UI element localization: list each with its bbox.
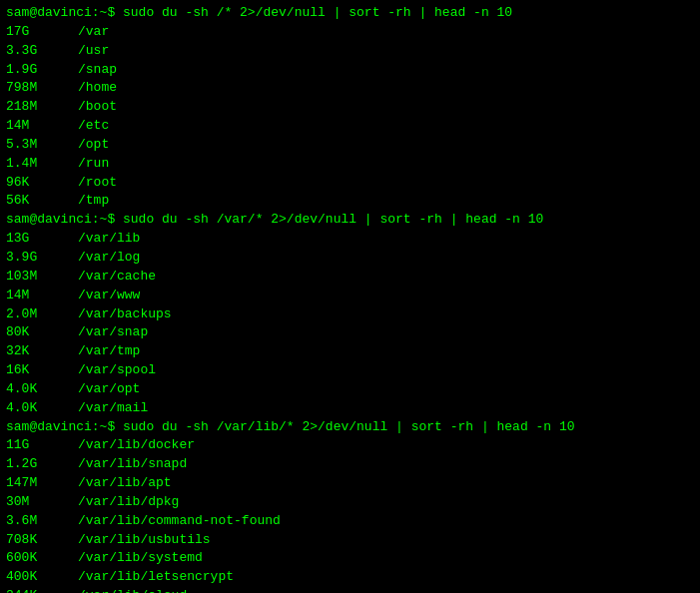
path-value: /var/www (78, 287, 140, 305)
terminal-data-line: 5.3M/opt (6, 136, 694, 155)
path-value: /var/tmp (78, 342, 140, 361)
terminal-data-line: 4.0K/var/mail (6, 399, 694, 418)
size-value: 218M (6, 98, 78, 117)
terminal-data-line: 11G/var/lib/docker (6, 436, 694, 455)
terminal-window: sam@davinci:~$ sudo du -sh /* 2>/dev/nul… (0, 0, 700, 593)
size-value: 56K (6, 192, 78, 211)
terminal-data-line: 1.2G/var/lib/snapd (6, 455, 694, 474)
size-value: 80K (6, 323, 78, 342)
size-value: 1.4M (6, 155, 78, 174)
terminal-data-line: 344K/var/lib/cloud (6, 587, 694, 593)
path-value: /var/spool (78, 361, 156, 380)
size-value: 4.0K (6, 399, 78, 418)
path-value: /var/lib/command-not-found (78, 512, 281, 531)
terminal-data-line: 4.0K/var/opt (6, 380, 694, 399)
path-value: /var/mail (78, 399, 148, 418)
size-value: 2.0M (6, 305, 78, 324)
size-value: 13G (6, 230, 78, 249)
size-value: 400K (6, 568, 78, 587)
path-value: /var/backups (78, 305, 172, 324)
terminal-data-line: 32K/var/tmp (6, 342, 694, 361)
size-value: 14M (6, 287, 78, 305)
path-value: /var/lib/cloud (78, 587, 187, 593)
terminal-data-line: 13G/var/lib (6, 230, 694, 249)
terminal-data-line: 96K/root (6, 174, 694, 193)
path-value: /var/lib/snapd (78, 455, 187, 474)
terminal-data-line: 147M/var/lib/apt (6, 474, 694, 493)
path-value: /boot (78, 98, 117, 117)
terminal-data-line: 3.3G/usr (6, 42, 694, 61)
size-value: 5.3M (6, 136, 78, 155)
size-value: 3.9G (6, 249, 78, 268)
size-value: 16K (6, 361, 78, 380)
path-value: /usr (78, 42, 109, 61)
path-value: /var/lib/letsencrypt (78, 568, 234, 587)
size-value: 1.9G (6, 61, 78, 80)
terminal-data-line: 2.0M/var/backups (6, 305, 694, 324)
size-value: 798M (6, 79, 78, 98)
terminal-data-line: 17G/var (6, 23, 694, 42)
terminal-data-line: 3.6M/var/lib/command-not-found (6, 512, 694, 531)
path-value: /snap (78, 61, 117, 80)
path-value: /var/lib/apt (78, 474, 172, 493)
path-value: /var/log (78, 249, 140, 268)
path-value: /opt (78, 136, 109, 155)
terminal-data-line: 56K/tmp (6, 192, 694, 211)
size-value: 4.0K (6, 380, 78, 399)
size-value: 344K (6, 587, 78, 593)
path-value: /etc (78, 117, 109, 136)
path-value: /root (78, 174, 117, 193)
terminal-data-line: 16K/var/spool (6, 361, 694, 380)
size-value: 708K (6, 531, 78, 550)
path-value: /var/lib (78, 230, 140, 249)
path-value: /home (78, 79, 117, 98)
terminal-data-line: 3.9G/var/log (6, 249, 694, 268)
terminal-data-line: 103M/var/cache (6, 268, 694, 287)
terminal-data-line: 1.4M/run (6, 155, 694, 174)
size-value: 3.3G (6, 42, 78, 61)
terminal-data-line: 708K/var/lib/usbutils (6, 531, 694, 550)
path-value: /var (78, 23, 109, 42)
size-value: 147M (6, 474, 78, 493)
terminal-data-line: 30M/var/lib/dpkg (6, 493, 694, 512)
path-value: /var/lib/docker (78, 436, 195, 455)
path-value: /tmp (78, 192, 109, 211)
path-value: /var/lib/systemd (78, 549, 203, 568)
terminal-data-line: 80K/var/snap (6, 323, 694, 342)
terminal-prompt-line: sam@davinci:~$ sudo du -sh /* 2>/dev/nul… (6, 4, 694, 23)
size-value: 600K (6, 549, 78, 568)
size-value: 1.2G (6, 455, 78, 474)
terminal-data-line: 14M/var/www (6, 287, 694, 305)
size-value: 96K (6, 174, 78, 193)
path-value: /var/opt (78, 380, 140, 399)
size-value: 103M (6, 268, 78, 287)
size-value: 14M (6, 117, 78, 136)
size-value: 30M (6, 493, 78, 512)
size-value: 3.6M (6, 512, 78, 531)
path-value: /var/snap (78, 323, 148, 342)
terminal-data-line: 600K/var/lib/systemd (6, 549, 694, 568)
size-value: 17G (6, 23, 78, 42)
size-value: 11G (6, 436, 78, 455)
terminal-data-line: 1.9G/snap (6, 61, 694, 80)
path-value: /var/lib/dpkg (78, 493, 179, 512)
size-value: 32K (6, 342, 78, 361)
terminal-prompt-line: sam@davinci:~$ sudo du -sh /var/* 2>/dev… (6, 211, 694, 230)
path-value: /run (78, 155, 109, 174)
path-value: /var/lib/usbutils (78, 531, 211, 550)
terminal-prompt-line: sam@davinci:~$ sudo du -sh /var/lib/* 2>… (6, 418, 694, 437)
terminal-data-line: 14M/etc (6, 117, 694, 136)
terminal-data-line: 218M/boot (6, 98, 694, 117)
terminal-data-line: 400K/var/lib/letsencrypt (6, 568, 694, 587)
path-value: /var/cache (78, 268, 156, 287)
terminal-data-line: 798M/home (6, 79, 694, 98)
